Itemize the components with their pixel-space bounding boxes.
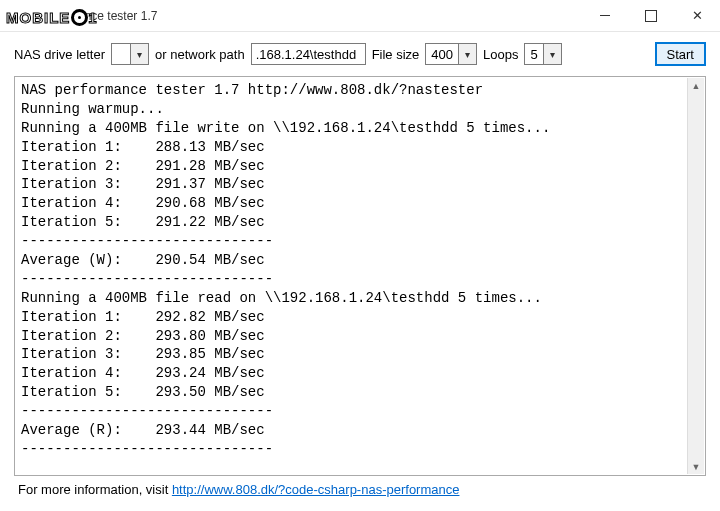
scroll-down-icon[interactable]: ▼	[689, 459, 704, 474]
loops-select[interactable]: 5	[524, 43, 561, 65]
log-output-container: NAS performance tester 1.7 http://www.80…	[14, 76, 706, 476]
watermark-text: MOBILE	[6, 9, 70, 26]
maximize-button[interactable]	[628, 0, 674, 32]
chevron-down-icon	[458, 44, 476, 64]
filesize-label: File size	[372, 47, 420, 62]
loops-label: Loops	[483, 47, 518, 62]
drive-letter-select[interactable]	[111, 43, 149, 65]
filesize-select[interactable]: 400	[425, 43, 477, 65]
drive-letter-label: NAS drive letter	[14, 47, 105, 62]
network-path-label: or network path	[155, 47, 245, 62]
toolbar: NAS drive letter or network path File si…	[14, 42, 706, 66]
log-output[interactable]: NAS performance tester 1.7 http://www.80…	[15, 77, 705, 475]
chevron-down-icon	[543, 44, 561, 64]
vertical-scrollbar[interactable]: ▲ ▼	[687, 78, 704, 474]
window-titlebar: ance tester 1.7	[0, 0, 720, 32]
watermark-overlay: MOBILE1	[6, 9, 98, 26]
footer: For more information, visit http://www.8…	[14, 476, 706, 497]
footer-link[interactable]: http://www.808.dk/?code-csharp-nas-perfo…	[172, 482, 460, 497]
footer-prefix: For more information, visit	[18, 482, 172, 497]
minimize-button[interactable]	[582, 0, 628, 32]
drive-letter-value	[112, 44, 130, 64]
chevron-down-icon	[130, 44, 148, 64]
filesize-value: 400	[426, 44, 458, 64]
start-button[interactable]: Start	[655, 42, 706, 66]
network-path-input[interactable]	[251, 43, 366, 65]
scroll-up-icon[interactable]: ▲	[689, 78, 704, 93]
close-button[interactable]	[674, 0, 720, 32]
loops-value: 5	[525, 44, 542, 64]
